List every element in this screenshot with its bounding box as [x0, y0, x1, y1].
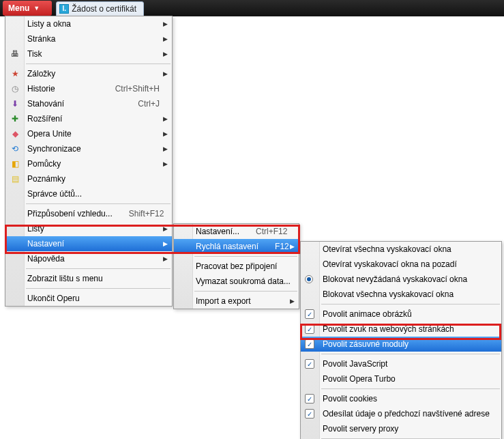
- menu-item[interactable]: ✓Povolit cookies: [301, 391, 501, 406]
- menu-item[interactable]: Správce účtů...: [5, 186, 172, 201]
- menu-item[interactable]: Lišty▶: [5, 221, 172, 236]
- menu-item[interactable]: Blokovat nevyžádaná vyskakovací okna: [301, 272, 501, 287]
- menu-item-label: Povolit cookies: [323, 394, 489, 403]
- menu-item-label: Vymazat soukromá data...: [196, 277, 291, 286]
- menu-item[interactable]: ▤Poznámky: [5, 171, 172, 186]
- chevron-right-icon: ▶: [163, 225, 168, 232]
- menu-item[interactable]: Povolit Opera Turbo: [301, 371, 501, 386]
- menu-item-label: Stránka: [27, 34, 160, 44]
- menu-item-label: Import a export: [196, 296, 286, 306]
- checkbox-icon: ✓: [305, 339, 314, 349]
- menu-item[interactable]: ⟲Synchronizace▶: [5, 141, 172, 156]
- menu-item-label: Otevírat vyskakovací okna na pozadí: [323, 259, 489, 269]
- ic-ext-icon: ✚: [9, 113, 21, 125]
- menu-item[interactable]: Blokovat všechna vyskakovací okna: [301, 287, 501, 302]
- opera-menu-button[interactable]: Menu ▼: [3, 1, 52, 16]
- menu-item-shortcut: F12: [275, 242, 289, 251]
- chevron-right-icon: ▶: [163, 36, 168, 42]
- checkbox-icon: ✓: [305, 309, 314, 319]
- menu-item[interactable]: ◷HistorieCtrl+Shift+H: [5, 81, 172, 96]
- menu-item[interactable]: Nápověda▶: [5, 251, 172, 266]
- ic-unite-icon: ◆: [9, 128, 21, 140]
- menu-item-label: Rychlá nastavení: [196, 242, 258, 251]
- menu-item-label: Ukončit Operu: [27, 294, 160, 303]
- menu-item[interactable]: Pracovat bez připojení: [174, 259, 299, 274]
- chevron-right-icon: ▶: [290, 243, 295, 250]
- chevron-down-icon: ▼: [33, 5, 40, 12]
- menu-item-shortcut: Ctrl+J: [138, 99, 160, 109]
- menu-item[interactable]: ✚Rozšíření▶: [5, 111, 172, 126]
- menu-item-label: Rozšíření: [27, 114, 160, 124]
- menu-separator: [26, 288, 171, 289]
- chevron-right-icon: ▶: [163, 130, 168, 137]
- chevron-right-icon: ▶: [290, 298, 295, 305]
- menu-item[interactable]: Stránka▶: [5, 31, 172, 46]
- menu-item[interactable]: ★Záložky▶: [5, 66, 172, 81]
- menu-separator: [321, 354, 500, 354]
- chevron-right-icon: ▶: [163, 51, 168, 57]
- menu-item-shortcut: Ctrl+F12: [256, 227, 287, 236]
- menu-separator: [321, 304, 500, 305]
- menu-item-label: Historie: [27, 84, 99, 94]
- checkbox-icon: ✓: [305, 394, 314, 403]
- menu-item-label: Záložky: [27, 69, 160, 79]
- chevron-right-icon: ▶: [163, 145, 168, 152]
- menu-item-label: Odesílat údaje o předchozí navštívené ad…: [323, 409, 490, 419]
- menu-item[interactable]: Listy a okna▶: [5, 16, 172, 31]
- menu-item[interactable]: Import a export▶: [174, 294, 299, 309]
- menu-item[interactable]: Přizpůsobení vzhledu...Shift+F12: [5, 206, 172, 221]
- menu-item[interactable]: Vymazat soukromá data...: [174, 274, 299, 289]
- menu-item-label: Povolit Opera Turbo: [323, 374, 489, 384]
- menu-item-label: Nastavení...: [196, 227, 239, 236]
- main-menu: Listy a okna▶Stránka▶🖶Tisk▶★Záložky▶◷His…: [5, 16, 173, 307]
- menu-item[interactable]: 🖶Tisk▶: [5, 46, 172, 61]
- menu-item[interactable]: ✓Povolit zvuk na webových stránkách: [301, 322, 501, 337]
- menu-item-label: Stahování: [27, 99, 121, 109]
- menu-item[interactable]: ✓Odesílat údaje o předchozí navštívené a…: [301, 406, 501, 421]
- menu-item-label: Nápověda: [27, 254, 160, 264]
- ic-widget-icon: ◧: [9, 158, 21, 170]
- checkbox-icon: ✓: [305, 409, 314, 419]
- settings-submenu: Nastavení...Ctrl+F12Rychlá nastaveníF12▶…: [173, 223, 299, 309]
- menu-item[interactable]: Otevírat vyskakovací okna na pozadí: [301, 257, 501, 272]
- chevron-right-icon: ▶: [163, 20, 168, 27]
- menu-item[interactable]: ✓Povolit zásuvné moduly: [301, 337, 501, 352]
- browser-tab[interactable]: I. Žádost o certifikát: [56, 1, 144, 16]
- menu-item-label: Povolit zvuk na webových stránkách: [323, 324, 489, 334]
- menu-item-label: Pracovat bez připojení: [196, 261, 286, 271]
- chevron-right-icon: ▶: [163, 255, 168, 262]
- menu-item-label: Správce účtů...: [27, 189, 160, 199]
- menu-item-label: Povolit animace obrázků: [323, 309, 489, 319]
- menu-separator: [321, 388, 500, 389]
- checkbox-icon: ✓: [305, 359, 314, 369]
- menu-item[interactable]: Ukončit Operu: [5, 291, 172, 306]
- menu-separator: [26, 268, 171, 269]
- menu-item[interactable]: Povolit servery proxy: [301, 421, 501, 436]
- menu-item-label: Povolit servery proxy: [323, 424, 489, 434]
- menu-item[interactable]: Nastavení▶: [5, 236, 172, 251]
- menu-item[interactable]: ⬇StahováníCtrl+J: [5, 96, 172, 111]
- menu-item-label: Povolit JavaScript: [323, 359, 489, 369]
- menu-item[interactable]: Rychlá nastaveníF12▶: [174, 239, 299, 254]
- menu-item[interactable]: ✓Povolit animace obrázků: [301, 307, 501, 322]
- checkbox-icon: ✓: [305, 324, 314, 334]
- menu-item[interactable]: ◧Pomůcky▶: [5, 156, 172, 171]
- menu-item[interactable]: Nastavení...Ctrl+F12: [174, 224, 299, 239]
- ic-note-icon: ▤: [9, 173, 21, 185]
- menu-item[interactable]: Zobrazit lištu s menu: [5, 271, 172, 286]
- menu-item-label: Poznámky: [27, 174, 160, 184]
- menu-item[interactable]: Otevírat všechna vyskakovací okna: [301, 242, 501, 257]
- ic-print-icon: 🖶: [9, 48, 21, 60]
- window-titlebar: Menu ▼ I. Žádost o certifikát: [0, 0, 504, 16]
- menu-separator: [26, 63, 171, 64]
- menu-separator: [26, 203, 171, 204]
- menu-item-label: Povolit zásuvné moduly: [323, 339, 489, 349]
- ic-sync-icon: ⟲: [9, 143, 21, 155]
- menu-item-label: Přizpůsobení vzhledu...: [27, 209, 113, 218]
- menu-item[interactable]: ✓Povolit JavaScript: [301, 356, 501, 371]
- tab-title: Žádost o certifikát: [72, 4, 136, 14]
- menu-item-label: Blokovat nevyžádaná vyskakovací okna: [323, 274, 489, 284]
- menu-item[interactable]: ◆Opera Unite▶: [5, 126, 172, 141]
- menu-item-label: Pomůcky: [27, 159, 160, 169]
- menu-separator: [194, 256, 297, 257]
